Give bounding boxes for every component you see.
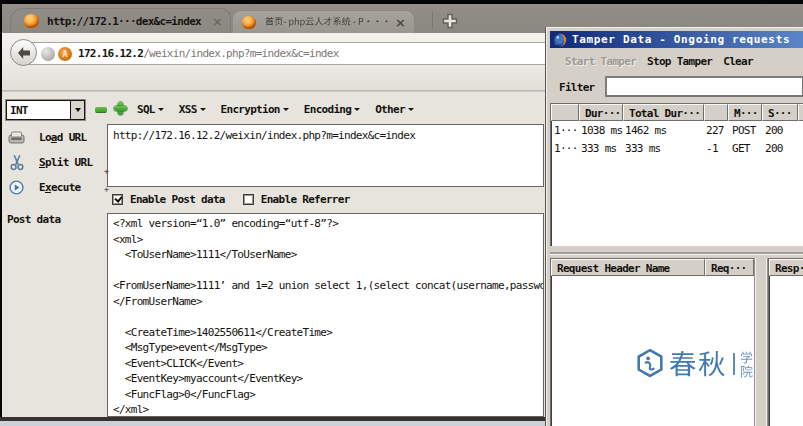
url-path: /weixin/index.php?m=index&c=index (143, 47, 338, 60)
clear-button[interactable]: Clear (723, 55, 753, 73)
watermark-divider (733, 353, 735, 375)
post-data-label: Post data (7, 213, 60, 226)
col-request-header-value[interactable]: Req··· (705, 259, 754, 276)
col-time[interactable] (551, 104, 579, 121)
collapse-icon[interactable] (95, 107, 107, 112)
requests-table-header: Dur··· Total Dur··· M··· S··· (551, 104, 803, 121)
request-row[interactable]: 1··· 333 ms 333 ms -1 GET 200 (551, 139, 803, 157)
filter-label: Filter (559, 81, 595, 94)
enable-referrer-label: Enable Referrer (261, 193, 350, 206)
enable-post-data-label: Enable Post data (130, 193, 225, 206)
tamper-title: Tamper Data - Ongoing requests (572, 33, 790, 46)
enable-referrer-checkbox[interactable] (243, 194, 254, 205)
scissors-icon (8, 154, 25, 171)
stop-tamper-button[interactable]: Stop Tamper (647, 55, 712, 73)
col-status[interactable]: S··· (762, 104, 798, 121)
execute-button[interactable]: Execute (8, 180, 81, 195)
xueyuan-text (740, 351, 753, 378)
col-duration[interactable]: Dur··· (579, 104, 623, 121)
chevron-down-icon (408, 108, 414, 111)
post-data-textarea[interactable]: <?xml version=“1.0” encoding=“utf-8”?> <… (107, 213, 544, 417)
chunqiu-text (669, 350, 727, 378)
vertical-splitter[interactable] (754, 258, 768, 426)
menu-xss[interactable]: XSS (179, 103, 206, 116)
globe-icon (41, 47, 55, 61)
new-tab-button[interactable] (440, 10, 462, 30)
site-identity-icon: A (58, 47, 72, 61)
tamper-title-bar[interactable]: Tamper Data - Ongoing requests (550, 31, 803, 48)
chevron-down-icon (283, 108, 289, 111)
menu-encoding[interactable]: Encoding (304, 103, 360, 116)
hackbar-menus: SQL XSS Encryption Encoding Other (137, 103, 414, 116)
chevron-down-icon (158, 108, 164, 111)
post-options-row: Enable Post data Enable Referrer (112, 193, 368, 206)
col-request-header-name[interactable]: Request Header Name (551, 259, 705, 276)
split-url-button[interactable]: Split URL (8, 154, 92, 171)
tab-separator (432, 12, 433, 29)
url-bar[interactable]: A 172.16.12.2/weixin/index.php?m=index&c… (22, 42, 547, 65)
tamper-data-window: Tamper Data - Ongoing requests Start Tam… (545, 27, 803, 426)
url-text: 172.16.12.2/weixin/index.php?m=index&c=i… (78, 47, 339, 60)
request-row[interactable]: 1··· 1038 ms 1462 ms 227 POST 200 (551, 121, 803, 139)
menu-encryption[interactable]: Encryption (221, 103, 289, 116)
tab-close-icon[interactable]: × (212, 15, 223, 28)
response-headers-header: Resp··· (769, 259, 803, 276)
chevron-down-icon (75, 108, 81, 112)
chevron-down-icon (200, 108, 206, 111)
filter-input[interactable] (605, 76, 803, 97)
col-size[interactable] (704, 104, 728, 121)
url-textarea[interactable]: http://172.16.12.2/weixin/index.php?m=in… (107, 124, 544, 187)
menu-sql[interactable]: SQL (137, 103, 164, 116)
hackbar-type-select[interactable]: INT (6, 100, 85, 120)
back-arrow-icon (16, 46, 32, 60)
col-method[interactable]: M··· (728, 104, 762, 121)
request-headers-pane: Request Header Name Req··· (550, 258, 754, 426)
tamper-menu-bar: Start Tamper Stop Tamper Clear (550, 48, 803, 73)
requests-table: Dur··· Total Dur··· M··· S··· 1··· 1038 … (550, 103, 803, 246)
resize-grip-icon[interactable]: + (102, 185, 111, 194)
screen: http://172.1···dex&c=index × × A (0, 0, 803, 426)
response-headers-pane: Resp··· (768, 258, 803, 426)
back-button[interactable] (10, 39, 37, 66)
load-url-label: Load URL (39, 131, 86, 144)
resize-grip-icon[interactable]: + (102, 167, 111, 176)
tab-close-icon[interactable]: × (395, 16, 406, 29)
favicon-blob (242, 16, 256, 29)
expand-icon[interactable] (114, 102, 127, 115)
col-extra[interactable] (798, 104, 803, 121)
horizontal-splitter[interactable] (550, 248, 803, 258)
menu-other[interactable]: Other (375, 103, 414, 116)
load-url-icon (8, 131, 25, 144)
chevron-down-icon (354, 108, 360, 111)
firefox-favicon-icon (24, 14, 40, 29)
plus-icon (440, 10, 462, 30)
ichunqiu-watermark (635, 346, 754, 382)
url-host: 172.16.12.2 (78, 47, 143, 60)
select-dropdown-button[interactable] (70, 101, 84, 119)
execute-icon (8, 180, 25, 195)
enable-post-data-checkbox[interactable] (112, 194, 123, 205)
request-headers-header: Request Header Name Req··· (551, 259, 754, 276)
split-url-label: Split URL (39, 156, 92, 169)
favicon-blob (24, 14, 39, 28)
tab-phpyun-home[interactable]: × (232, 10, 415, 33)
ichunqiu-logo-icon (635, 348, 665, 380)
col-total-duration[interactable]: Total Dur··· (623, 104, 704, 121)
tab-title: http://172.1···dex&c=index (47, 15, 208, 28)
col-response-header-name[interactable]: Resp··· (769, 259, 803, 276)
tab-title-cjk (265, 16, 391, 29)
start-tamper-button[interactable]: Start Tamper (565, 55, 636, 73)
phpyun-favicon-icon (242, 15, 258, 30)
firefox-icon (553, 33, 567, 47)
load-url-button[interactable]: Load URL (8, 131, 86, 144)
execute-label: Execute (39, 181, 81, 194)
select-value: INT (7, 101, 70, 119)
tab-current-page[interactable]: http://172.1···dex&c=index × (10, 8, 231, 33)
